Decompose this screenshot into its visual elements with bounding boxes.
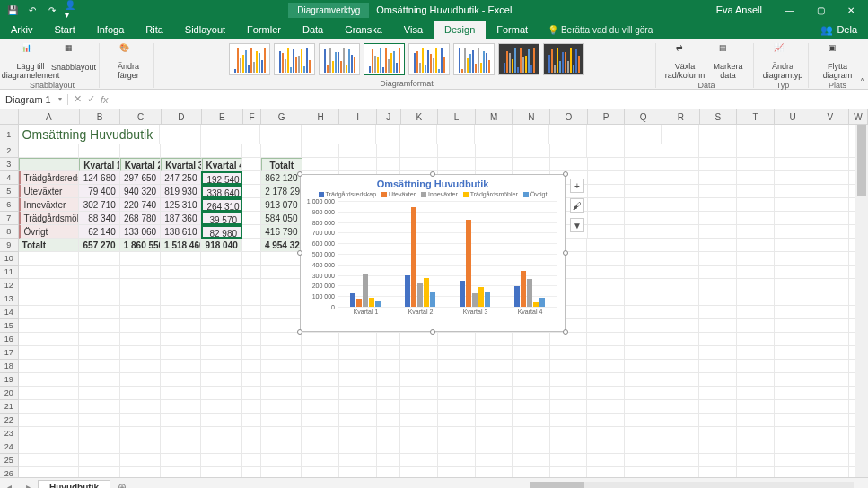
cell[interactable] <box>438 427 476 440</box>
row-header[interactable]: 4 <box>0 171 19 185</box>
cell[interactable] <box>201 467 241 477</box>
cell[interactable] <box>587 333 625 346</box>
chart-style-option[interactable] <box>229 43 270 75</box>
cell[interactable]: 584 050 <box>261 212 302 225</box>
cell[interactable] <box>699 440 737 454</box>
cell[interactable] <box>201 279 241 292</box>
cell[interactable] <box>400 346 438 360</box>
cell[interactable] <box>79 414 119 427</box>
cell[interactable] <box>241 125 260 144</box>
chart-style-option[interactable] <box>319 43 360 75</box>
cell[interactable] <box>476 346 513 360</box>
cell[interactable] <box>302 400 339 414</box>
cell[interactable] <box>377 360 401 373</box>
row-header[interactable]: 9 <box>0 239 19 252</box>
cell[interactable] <box>587 427 625 440</box>
cell[interactable] <box>775 333 812 346</box>
cell[interactable] <box>811 319 849 333</box>
column-header[interactable]: T <box>737 109 775 124</box>
cell[interactable] <box>261 292 302 306</box>
cell[interactable]: 338 640 <box>201 185 242 198</box>
cell[interactable] <box>400 400 438 414</box>
cell[interactable] <box>737 440 775 454</box>
row-header[interactable]: 2 <box>0 144 19 158</box>
cell[interactable] <box>587 360 625 373</box>
cell[interactable] <box>625 212 662 225</box>
cell[interactable] <box>19 454 80 467</box>
cell[interactable] <box>79 279 119 292</box>
cell[interactable] <box>438 144 476 158</box>
cell[interactable] <box>476 333 513 346</box>
cell[interactable] <box>377 427 401 440</box>
tab-start[interactable]: Start <box>43 21 85 39</box>
cell[interactable] <box>699 239 737 252</box>
cell[interactable] <box>587 400 625 414</box>
column-header[interactable]: E <box>202 109 242 124</box>
cell[interactable] <box>513 387 550 400</box>
select-data-button[interactable]: ▤ Markera data <box>708 43 748 81</box>
cell[interactable] <box>19 427 80 440</box>
cell[interactable]: 1 860 550 <box>120 239 161 252</box>
column-header[interactable]: N <box>513 109 550 124</box>
cell[interactable] <box>242 225 261 239</box>
cell[interactable] <box>775 400 812 414</box>
cell[interactable] <box>811 306 849 319</box>
cell[interactable] <box>242 387 261 400</box>
cell[interactable] <box>201 306 241 319</box>
cell[interactable] <box>302 373 339 387</box>
column-header[interactable]: M <box>476 109 513 124</box>
cell[interactable] <box>79 427 119 440</box>
chart-style-option[interactable] <box>274 43 315 75</box>
minimize-button[interactable]: — <box>776 1 803 19</box>
cell[interactable] <box>377 333 401 346</box>
cell[interactable] <box>242 158 261 171</box>
cell[interactable] <box>775 239 812 252</box>
cell[interactable] <box>19 158 80 171</box>
cell[interactable] <box>438 387 476 400</box>
cell[interactable] <box>376 125 400 144</box>
cell[interactable] <box>513 467 550 477</box>
cell[interactable] <box>550 346 588 360</box>
cell[interactable] <box>737 212 775 225</box>
cell[interactable] <box>625 252 662 266</box>
cell[interactable] <box>120 454 161 467</box>
resize-handle[interactable] <box>563 250 568 256</box>
cell[interactable] <box>120 266 161 279</box>
chart-bar[interactable] <box>417 283 423 307</box>
chart-bar[interactable] <box>369 298 374 307</box>
column-header[interactable]: R <box>662 109 700 124</box>
row-header[interactable]: 18 <box>0 360 19 373</box>
chart-title[interactable]: Omsättning Huvudbutik <box>301 175 565 191</box>
cell[interactable] <box>550 427 588 440</box>
cell[interactable] <box>400 467 438 477</box>
cell[interactable] <box>587 125 625 144</box>
cell[interactable] <box>662 158 700 171</box>
cell[interactable] <box>242 306 261 319</box>
cell[interactable] <box>438 414 476 427</box>
maximize-button[interactable]: ▢ <box>807 1 834 19</box>
cell[interactable] <box>662 373 700 387</box>
cell[interactable] <box>161 346 201 360</box>
cell[interactable] <box>737 346 775 360</box>
cell[interactable]: 862 120 <box>261 171 302 185</box>
undo-icon[interactable]: ↶ <box>25 3 39 17</box>
cell[interactable] <box>811 158 849 171</box>
cell[interactable]: 1 518 460 <box>161 239 201 252</box>
cell[interactable] <box>261 440 302 454</box>
cell[interactable] <box>811 467 849 477</box>
chevron-down-icon[interactable]: ▾ <box>58 95 62 103</box>
cell[interactable] <box>811 427 849 440</box>
cell[interactable] <box>201 360 241 373</box>
resize-handle[interactable] <box>563 329 568 335</box>
cell[interactable]: 657 270 <box>79 239 119 252</box>
chart-style-option[interactable] <box>453 43 495 75</box>
cell[interactable] <box>377 158 401 171</box>
cell[interactable] <box>201 454 241 467</box>
cell[interactable] <box>775 373 812 387</box>
cell[interactable] <box>775 266 812 279</box>
cell[interactable] <box>737 373 775 387</box>
cell[interactable] <box>662 333 700 346</box>
cell[interactable] <box>550 400 588 414</box>
cell[interactable] <box>775 185 812 198</box>
cell[interactable] <box>19 360 80 373</box>
